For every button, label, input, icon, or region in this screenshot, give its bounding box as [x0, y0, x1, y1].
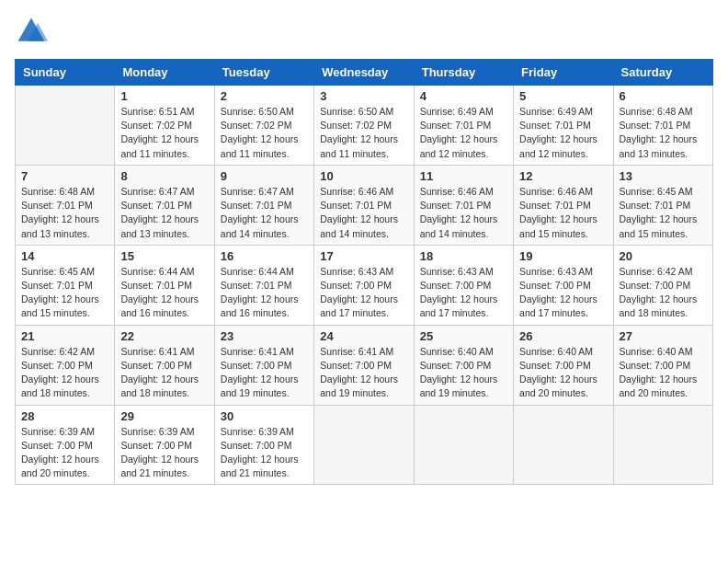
logo-icon: [15, 15, 48, 48]
calendar-cell: 30Sunrise: 6:39 AMSunset: 7:00 PMDayligh…: [214, 405, 313, 485]
calendar-cell: [514, 405, 613, 485]
day-number: 17: [320, 249, 407, 263]
day-info: Sunrise: 6:47 AMSunset: 7:01 PMDaylight:…: [221, 185, 308, 241]
day-info: Sunrise: 6:48 AMSunset: 7:01 PMDaylight:…: [620, 105, 707, 161]
day-number: 6: [620, 89, 707, 103]
day-number: 22: [120, 329, 208, 343]
weekday-header-row: SundayMondayTuesdayWednesdayThursdayFrid…: [16, 60, 713, 86]
calendar-cell: 24Sunrise: 6:41 AMSunset: 7:00 PMDayligh…: [314, 325, 414, 405]
day-number: 21: [21, 329, 108, 343]
calendar-cell: 6Sunrise: 6:48 AMSunset: 7:01 PMDaylight…: [613, 86, 712, 166]
day-number: 16: [221, 249, 308, 263]
weekday-header-tuesday: Tuesday: [214, 60, 313, 86]
calendar-cell: 9Sunrise: 6:47 AMSunset: 7:01 PMDaylight…: [214, 165, 313, 245]
day-info: Sunrise: 6:50 AMSunset: 7:02 PMDaylight:…: [320, 105, 407, 161]
day-info: Sunrise: 6:44 AMSunset: 7:01 PMDaylight:…: [221, 265, 308, 321]
day-info: Sunrise: 6:45 AMSunset: 7:01 PMDaylight:…: [21, 265, 108, 321]
day-number: 7: [21, 169, 108, 183]
day-info: Sunrise: 6:45 AMSunset: 7:01 PMDaylight:…: [620, 185, 707, 241]
day-info: Sunrise: 6:46 AMSunset: 7:01 PMDaylight:…: [420, 185, 507, 241]
calendar-cell: [414, 405, 513, 485]
calendar-cell: 12Sunrise: 6:46 AMSunset: 7:01 PMDayligh…: [514, 165, 613, 245]
calendar-table: SundayMondayTuesdayWednesdayThursdayFrid…: [15, 59, 713, 485]
calendar-cell: 29Sunrise: 6:39 AMSunset: 7:00 PMDayligh…: [115, 405, 214, 485]
weekday-header-wednesday: Wednesday: [314, 60, 414, 86]
page-header: [15, 15, 713, 48]
calendar-cell: 27Sunrise: 6:40 AMSunset: 7:00 PMDayligh…: [613, 325, 712, 405]
calendar-cell: [314, 405, 414, 485]
day-info: Sunrise: 6:49 AMSunset: 7:01 PMDaylight:…: [420, 105, 507, 161]
day-info: Sunrise: 6:39 AMSunset: 7:00 PMDaylight:…: [120, 425, 208, 481]
calendar-week-row: 14Sunrise: 6:45 AMSunset: 7:01 PMDayligh…: [16, 245, 713, 325]
calendar-cell: 10Sunrise: 6:46 AMSunset: 7:01 PMDayligh…: [314, 165, 414, 245]
day-info: Sunrise: 6:39 AMSunset: 7:00 PMDaylight:…: [21, 425, 108, 481]
day-info: Sunrise: 6:46 AMSunset: 7:01 PMDaylight:…: [519, 185, 607, 241]
day-info: Sunrise: 6:41 AMSunset: 7:00 PMDaylight:…: [320, 345, 407, 401]
calendar-week-row: 7Sunrise: 6:48 AMSunset: 7:01 PMDaylight…: [16, 165, 713, 245]
weekday-header-sunday: Sunday: [16, 60, 115, 86]
day-number: 11: [420, 169, 507, 183]
day-info: Sunrise: 6:43 AMSunset: 7:00 PMDaylight:…: [420, 265, 507, 321]
calendar-cell: 28Sunrise: 6:39 AMSunset: 7:00 PMDayligh…: [16, 405, 115, 485]
day-number: 9: [221, 169, 308, 183]
calendar-cell: 18Sunrise: 6:43 AMSunset: 7:00 PMDayligh…: [414, 245, 513, 325]
day-info: Sunrise: 6:43 AMSunset: 7:00 PMDaylight:…: [519, 265, 607, 321]
day-info: Sunrise: 6:40 AMSunset: 7:00 PMDaylight:…: [519, 345, 607, 401]
calendar-week-row: 21Sunrise: 6:42 AMSunset: 7:00 PMDayligh…: [16, 325, 713, 405]
day-number: 5: [519, 89, 607, 103]
day-number: 10: [320, 169, 407, 183]
calendar-cell: 11Sunrise: 6:46 AMSunset: 7:01 PMDayligh…: [414, 165, 513, 245]
day-info: Sunrise: 6:49 AMSunset: 7:01 PMDaylight:…: [519, 105, 607, 161]
day-info: Sunrise: 6:41 AMSunset: 7:00 PMDaylight:…: [221, 345, 308, 401]
day-number: 18: [420, 249, 507, 263]
day-info: Sunrise: 6:41 AMSunset: 7:00 PMDaylight:…: [120, 345, 208, 401]
day-number: 14: [21, 249, 108, 263]
calendar-week-row: 28Sunrise: 6:39 AMSunset: 7:00 PMDayligh…: [16, 405, 713, 485]
day-number: 1: [120, 89, 208, 103]
day-number: 23: [221, 329, 308, 343]
day-info: Sunrise: 6:44 AMSunset: 7:01 PMDaylight:…: [120, 265, 208, 321]
day-number: 26: [519, 329, 607, 343]
calendar-cell: [613, 405, 712, 485]
day-info: Sunrise: 6:40 AMSunset: 7:00 PMDaylight:…: [420, 345, 507, 401]
day-number: 15: [120, 249, 208, 263]
day-info: Sunrise: 6:40 AMSunset: 7:00 PMDaylight:…: [620, 345, 707, 401]
day-number: 29: [120, 409, 208, 423]
calendar-cell: 4Sunrise: 6:49 AMSunset: 7:01 PMDaylight…: [414, 86, 513, 166]
calendar-cell: 3Sunrise: 6:50 AMSunset: 7:02 PMDaylight…: [314, 86, 414, 166]
day-number: 25: [420, 329, 507, 343]
calendar-cell: 23Sunrise: 6:41 AMSunset: 7:00 PMDayligh…: [214, 325, 313, 405]
calendar-cell: 26Sunrise: 6:40 AMSunset: 7:00 PMDayligh…: [514, 325, 613, 405]
calendar-cell: 22Sunrise: 6:41 AMSunset: 7:00 PMDayligh…: [115, 325, 214, 405]
day-info: Sunrise: 6:43 AMSunset: 7:00 PMDaylight:…: [320, 265, 407, 321]
calendar-cell: 15Sunrise: 6:44 AMSunset: 7:01 PMDayligh…: [115, 245, 214, 325]
calendar-cell: 8Sunrise: 6:47 AMSunset: 7:01 PMDaylight…: [115, 165, 214, 245]
calendar-cell: 16Sunrise: 6:44 AMSunset: 7:01 PMDayligh…: [214, 245, 313, 325]
day-number: 30: [221, 409, 308, 423]
day-info: Sunrise: 6:47 AMSunset: 7:01 PMDaylight:…: [120, 185, 208, 241]
weekday-header-saturday: Saturday: [613, 60, 712, 86]
weekday-header-friday: Friday: [514, 60, 613, 86]
calendar-cell: 5Sunrise: 6:49 AMSunset: 7:01 PMDaylight…: [514, 86, 613, 166]
day-info: Sunrise: 6:42 AMSunset: 7:00 PMDaylight:…: [620, 265, 707, 321]
calendar-cell: 13Sunrise: 6:45 AMSunset: 7:01 PMDayligh…: [613, 165, 712, 245]
day-info: Sunrise: 6:48 AMSunset: 7:01 PMDaylight:…: [21, 185, 108, 241]
calendar-cell: 7Sunrise: 6:48 AMSunset: 7:01 PMDaylight…: [16, 165, 115, 245]
day-number: 3: [320, 89, 407, 103]
calendar-week-row: 1Sunrise: 6:51 AMSunset: 7:02 PMDaylight…: [16, 86, 713, 166]
calendar-cell: [16, 86, 115, 166]
day-number: 20: [620, 249, 707, 263]
calendar-cell: 2Sunrise: 6:50 AMSunset: 7:02 PMDaylight…: [214, 86, 313, 166]
logo[interactable]: [15, 15, 51, 48]
weekday-header-monday: Monday: [115, 60, 214, 86]
weekday-header-thursday: Thursday: [414, 60, 513, 86]
day-info: Sunrise: 6:51 AMSunset: 7:02 PMDaylight:…: [120, 105, 208, 161]
day-number: 19: [519, 249, 607, 263]
calendar-cell: 20Sunrise: 6:42 AMSunset: 7:00 PMDayligh…: [613, 245, 712, 325]
day-number: 4: [420, 89, 507, 103]
day-number: 8: [120, 169, 208, 183]
day-number: 28: [21, 409, 108, 423]
calendar-cell: 19Sunrise: 6:43 AMSunset: 7:00 PMDayligh…: [514, 245, 613, 325]
day-info: Sunrise: 6:46 AMSunset: 7:01 PMDaylight:…: [320, 185, 407, 241]
calendar-cell: 14Sunrise: 6:45 AMSunset: 7:01 PMDayligh…: [16, 245, 115, 325]
